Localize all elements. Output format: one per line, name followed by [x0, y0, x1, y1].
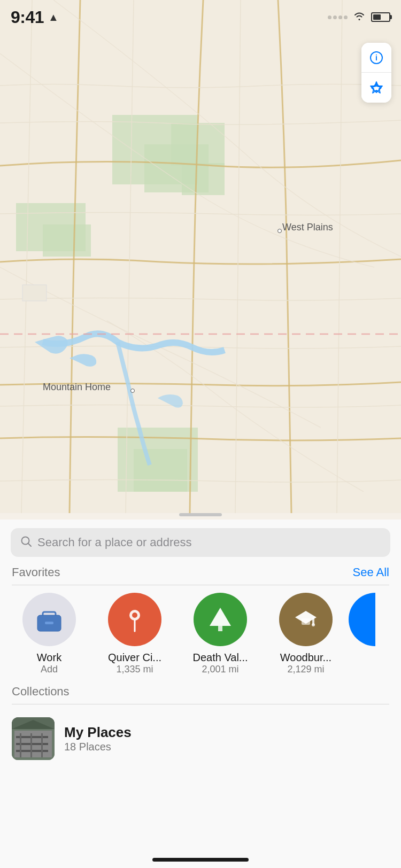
status-icons [328, 11, 390, 24]
favorite-work-title: Work [37, 652, 61, 664]
favorite-death-valley-title: Death Val... [192, 652, 248, 664]
svg-rect-6 [43, 224, 91, 257]
favorite-item-quiver[interactable]: Quiver Ci... 1,335 mi [92, 593, 178, 675]
signal-icon [328, 15, 348, 19]
favorite-item-death-valley[interactable]: Death Val... 2,001 mi [178, 593, 263, 675]
svg-point-19 [132, 613, 137, 618]
svg-rect-33 [30, 733, 32, 757]
collections-section: Collections [0, 675, 401, 771]
map-info-button[interactable]: i [361, 43, 391, 73]
search-bar[interactable]: Search for a place or address [11, 528, 390, 557]
favorite-item-woodbury[interactable]: Woodbur... 2,129 mi [263, 593, 349, 675]
favorite-icon-quiver [108, 593, 161, 646]
favorites-section-header: Favorites See All [0, 563, 401, 585]
status-time: 9:41 [11, 7, 44, 27]
favorites-divider [12, 585, 389, 585]
svg-rect-4 [182, 163, 225, 195]
svg-rect-21 [218, 626, 222, 631]
svg-rect-32 [20, 733, 21, 757]
favorite-death-valley-subtitle: 2,001 mi [202, 664, 238, 675]
svg-rect-25 [302, 618, 310, 625]
drag-handle[interactable] [179, 513, 222, 516]
favorite-quiver-subtitle: 1,335 mi [116, 664, 153, 675]
status-bar: 9:41 ▲ [0, 0, 401, 29]
svg-marker-20 [210, 608, 231, 626]
svg-rect-8 [134, 449, 187, 492]
search-icon [20, 536, 32, 550]
collection-item-my-places[interactable]: My Places 18 Places [12, 712, 389, 765]
favorite-icon-death-valley [194, 593, 247, 646]
favorite-icon-work [22, 593, 76, 646]
home-indicator [152, 858, 249, 862]
map-location-button[interactable] [361, 73, 391, 103]
favorite-icon-partial [349, 593, 375, 646]
collection-count: 18 Places [64, 741, 389, 753]
collections-divider [12, 704, 389, 704]
favorite-item-partial[interactable] [349, 593, 375, 675]
search-placeholder-text: Search for a place or address [37, 536, 192, 549]
favorites-row: Work Add Quiver Ci... 1,335 mi [0, 593, 401, 675]
collection-thumbnail [12, 717, 55, 760]
favorite-woodbury-subtitle: 2,129 mi [287, 664, 324, 675]
search-bar-container: Search for a place or address [0, 520, 401, 563]
favorite-icon-woodbury [279, 593, 333, 646]
map-dot-mountain-home [130, 389, 135, 393]
battery-icon [371, 12, 390, 22]
svg-rect-10 [22, 285, 47, 301]
wifi-icon [353, 11, 366, 24]
svg-rect-15 [43, 612, 56, 617]
map-view[interactable]: West Plains Mountain Home [0, 0, 401, 513]
svg-text:i: i [375, 53, 377, 62]
location-arrow-icon: ▲ [48, 11, 59, 24]
map-controls: i [361, 43, 391, 103]
favorite-work-subtitle: Add [41, 664, 58, 675]
favorite-item-work[interactable]: Work Add [6, 593, 92, 675]
svg-rect-34 [41, 733, 43, 757]
svg-point-24 [312, 623, 315, 626]
favorites-title: Favorites [12, 565, 60, 579]
favorite-quiver-title: Quiver Ci... [108, 652, 161, 664]
svg-rect-17 [45, 622, 53, 624]
collections-title: Collections [12, 685, 389, 699]
collection-name: My Places [64, 724, 389, 741]
collection-info: My Places 18 Places [64, 724, 389, 753]
map-dot-west-plains [277, 229, 282, 233]
bottom-sheet: Search for a place or address Favorites … [0, 520, 401, 868]
favorite-woodbury-title: Woodbur... [280, 652, 331, 664]
favorites-see-all[interactable]: See All [353, 565, 390, 579]
